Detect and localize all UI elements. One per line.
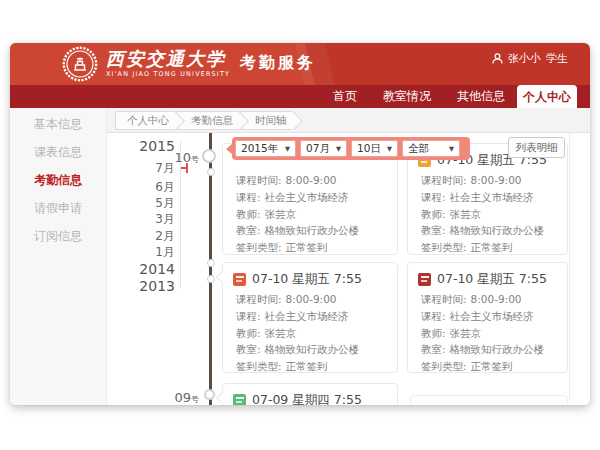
scale-year-2013[interactable]: 2013 — [117, 278, 175, 294]
date-filter-bar: 2015年▼ 07月▼ 10日▼ 全部▼ — [232, 137, 470, 160]
right-divider — [569, 133, 570, 401]
day-marker-09: 09号 — [159, 387, 199, 405]
nav-item-classrooms[interactable]: 教室情况 — [383, 85, 431, 108]
signin-stamp-icon — [233, 273, 246, 286]
university-name-block: 西安交通大学 XI'AN JIAO TONG UNIVERSITY — [106, 48, 230, 79]
university-name-en: XI'AN JIAO TONG UNIVERSITY — [106, 70, 230, 79]
signin-stamp-icon — [233, 394, 246, 406]
sidebar-item-leave-request[interactable]: 请假申请 — [10, 194, 106, 222]
attendance-card[interactable]: 07-10 星期五 7:55 课程时间:8:00-9:00 课程:社会主义市场经… — [222, 262, 398, 373]
list-detail-button[interactable]: 列表明细 — [508, 137, 565, 158]
sidebar-item-attendance-info[interactable]: 考勤信息 — [10, 166, 106, 194]
timeline-node-day10[interactable] — [202, 149, 216, 163]
year-select[interactable]: 2015年▼ — [235, 140, 296, 157]
nav-item-other-info[interactable]: 其他信息 — [457, 85, 505, 108]
timeline-node-small-1 — [207, 168, 215, 176]
breadcrumb: 个人中心 考勤信息 时间轴 — [115, 111, 293, 130]
scale-month-jun[interactable]: 6月 — [117, 179, 175, 196]
timeline-node-small-3 — [207, 275, 215, 283]
app-title: 考勤服务 — [240, 53, 316, 74]
user-role: 学生 — [546, 51, 568, 66]
day-marker-10: 10号 — [159, 147, 199, 166]
attendance-card-partial[interactable] — [410, 395, 568, 405]
breadcrumb-bar: 个人中心 考勤信息 时间轴 — [107, 108, 590, 133]
scale-month-feb[interactable]: 2月 — [117, 228, 175, 245]
card-header: 07-10 星期五 7:55 — [233, 270, 387, 288]
breadcrumb-personal-center[interactable]: 个人中心 — [115, 111, 175, 130]
timeline-panel: 2015 7月 6月 5月 3月 2月 1月 2014 2013 10号 09号… — [107, 133, 590, 405]
nav-tab-personal-center[interactable]: 个人中心 — [517, 85, 577, 108]
card-header: 07-10 星期五 7:55 — [418, 270, 557, 288]
top-navbar: 首页 教室情况 其他信息 个人中心 — [10, 85, 590, 108]
scale-month-may[interactable]: 5月 — [117, 195, 175, 212]
app-header: 西安交通大学 XI'AN JIAO TONG UNIVERSITY 考勤服务 张… — [10, 43, 590, 85]
app-window: 西安交通大学 XI'AN JIAO TONG UNIVERSITY 考勤服务 张… — [10, 43, 590, 405]
attendance-card[interactable]: 07-09 星期四 7:55 — [222, 383, 398, 405]
type-select[interactable]: 全部▼ — [402, 140, 460, 157]
timeline-node-day09[interactable] — [204, 389, 215, 400]
university-name-cn: 西安交通大学 — [106, 48, 230, 70]
month-select[interactable]: 07月▼ — [300, 140, 347, 157]
sidebar-item-basic-info[interactable]: 基本信息 — [10, 110, 106, 138]
chevron-down-icon: ▼ — [336, 145, 341, 153]
content-area: 基本信息 课表信息 考勤信息 请假申请 订阅信息 个人中心 考勤信息 时间轴 2… — [10, 108, 590, 405]
user-name: 张小小 — [508, 51, 541, 66]
card-header: 07-09 星期四 7:55 — [233, 391, 387, 405]
sidebar-item-subscription-info[interactable]: 订阅信息 — [10, 222, 106, 250]
scale-month-mar[interactable]: 3月 — [117, 211, 175, 228]
university-logo-icon — [62, 46, 98, 82]
nav-item-home[interactable]: 首页 — [333, 85, 357, 108]
chevron-down-icon: ▼ — [285, 145, 290, 153]
attendance-card[interactable]: 07-10 星期五 7:55 课程时间:8:00-9:00 课程:社会主义市场经… — [407, 262, 568, 373]
sidebar: 基本信息 课表信息 考勤信息 请假申请 订阅信息 — [10, 108, 107, 405]
scale-month-jan[interactable]: 1月 — [117, 244, 175, 261]
chevron-down-icon: ▼ — [449, 145, 454, 153]
chevron-down-icon: ▼ — [387, 145, 392, 153]
day-select[interactable]: 10日▼ — [351, 140, 398, 157]
user-info[interactable]: 张小小 学生 — [492, 51, 568, 66]
scale-year-2014[interactable]: 2014 — [117, 261, 175, 277]
signin-stamp-icon — [418, 273, 431, 286]
user-icon — [492, 53, 503, 64]
timeline-node-small-2 — [207, 259, 215, 267]
sidebar-item-schedule-info[interactable]: 课表信息 — [10, 138, 106, 166]
